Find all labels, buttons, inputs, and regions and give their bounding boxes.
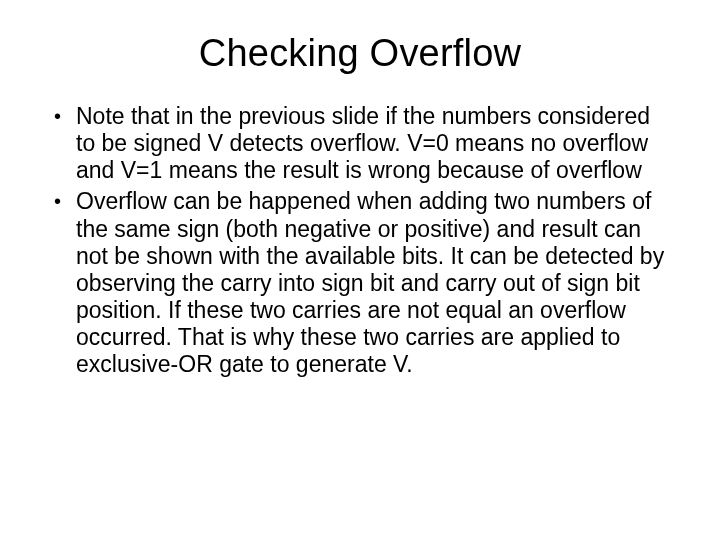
list-item: Overflow can be happened when adding two…	[52, 188, 668, 378]
list-item: Note that in the previous slide if the n…	[52, 103, 668, 184]
slide-body: Note that in the previous slide if the n…	[52, 103, 668, 382]
slide-title: Checking Overflow	[52, 32, 668, 75]
slide: Checking Overflow Note that in the previ…	[0, 0, 720, 540]
bullet-list: Note that in the previous slide if the n…	[52, 103, 668, 378]
